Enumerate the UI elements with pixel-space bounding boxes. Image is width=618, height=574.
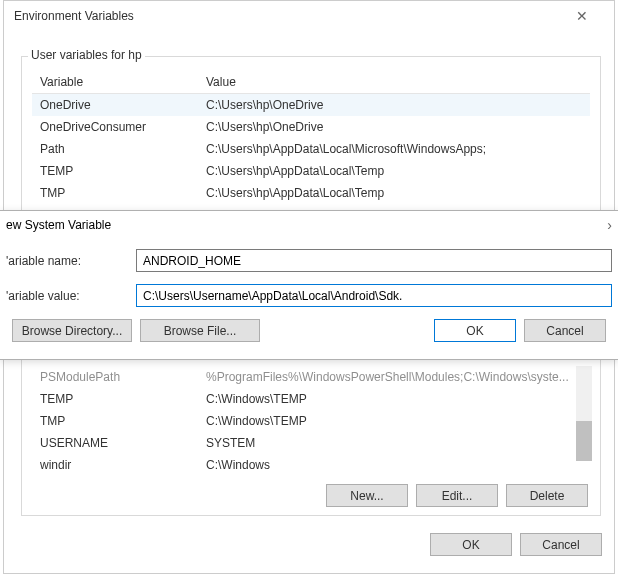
variable-value-label: 'ariable value: xyxy=(6,289,136,303)
new-button[interactable]: New... xyxy=(326,484,408,507)
table-row[interactable]: TEMP C:\Windows\TEMP xyxy=(32,388,590,410)
table-row[interactable]: windir C:\Windows xyxy=(32,454,590,476)
dialog-title: ew System Variable xyxy=(6,218,111,232)
cancel-button[interactable]: Cancel xyxy=(520,533,602,556)
dialog-buttons: Browse Directory... Browse File... OK Ca… xyxy=(6,319,612,342)
table-row[interactable]: OneDriveConsumer C:\Users\hp\OneDrive xyxy=(32,116,590,138)
table-row[interactable]: TEMP C:\Users\hp\AppData\Local\Temp xyxy=(32,160,590,182)
table-row[interactable]: Path C:\Users\hp\AppData\Local\Microsoft… xyxy=(32,138,590,160)
scrollbar-thumb[interactable] xyxy=(576,421,592,461)
table-row[interactable]: PSModulePath %ProgramFiles%\WindowsPower… xyxy=(32,366,590,388)
variable-name-row: 'ariable name: xyxy=(6,249,612,272)
window-title: Environment Variables xyxy=(14,9,134,23)
ok-button[interactable]: OK xyxy=(430,533,512,556)
table-row[interactable]: USERNAME SYSTEM xyxy=(32,432,590,454)
system-variables-group: PSModulePath %ProgramFiles%\WindowsPower… xyxy=(21,335,601,516)
col-variable[interactable]: Variable xyxy=(32,71,198,93)
table-row[interactable]: TMP C:\Windows\TEMP xyxy=(32,410,590,432)
user-variables-table[interactable]: Variable Value OneDrive C:\Users\hp\OneD… xyxy=(32,71,590,204)
variable-value-input[interactable] xyxy=(136,284,612,307)
table-row[interactable]: OneDrive C:\Users\hp\OneDrive xyxy=(32,94,590,116)
dialog-title-bar: ew System Variable › xyxy=(0,211,618,237)
edit-button[interactable]: Edit... xyxy=(416,484,498,507)
title-bar: Environment Variables ✕ xyxy=(4,1,614,31)
system-variables-table[interactable]: PSModulePath %ProgramFiles%\WindowsPower… xyxy=(32,366,590,476)
bottom-buttons: OK Cancel xyxy=(430,533,602,556)
close-icon[interactable]: ✕ xyxy=(559,1,604,31)
delete-button[interactable]: Delete xyxy=(506,484,588,507)
variable-name-label: 'ariable name: xyxy=(6,254,136,268)
browse-file-button[interactable]: Browse File... xyxy=(140,319,260,342)
chevron-right-icon[interactable]: › xyxy=(607,217,616,233)
variable-name-input[interactable] xyxy=(136,249,612,272)
user-variables-label: User variables for hp xyxy=(28,48,145,62)
table-header: Variable Value xyxy=(32,71,590,94)
dialog-cancel-button[interactable]: Cancel xyxy=(524,319,606,342)
dialog-ok-button[interactable]: OK xyxy=(434,319,516,342)
new-system-variable-dialog: ew System Variable › 'ariable name: 'ari… xyxy=(0,210,618,360)
col-value[interactable]: Value xyxy=(198,71,590,93)
browse-directory-button[interactable]: Browse Directory... xyxy=(12,319,132,342)
system-vars-buttons: New... Edit... Delete xyxy=(326,484,588,507)
table-row[interactable]: TMP C:\Users\hp\AppData\Local\Temp xyxy=(32,182,590,204)
variable-value-row: 'ariable value: xyxy=(6,284,612,307)
